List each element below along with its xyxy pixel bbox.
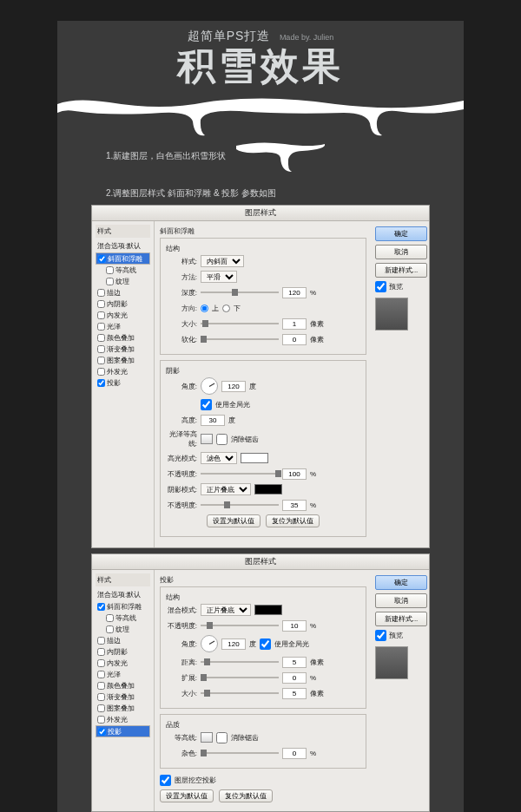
preview-check-2[interactable] <box>375 630 386 641</box>
sidebar-item-stroke-2[interactable]: 描边 <box>96 635 150 646</box>
sidebar-item-stroke[interactable]: 描边 <box>96 287 150 298</box>
size-slider[interactable] <box>201 323 279 324</box>
sh-op-input[interactable] <box>282 500 307 511</box>
dir-down-radio[interactable] <box>222 304 230 312</box>
shadow-size-input[interactable] <box>282 688 307 699</box>
check-icon[interactable] <box>97 716 105 724</box>
sidebar-item-color-overlay[interactable]: 颜色叠加 <box>96 332 150 344</box>
check-icon[interactable] <box>97 671 105 678</box>
shadow-op-input[interactable] <box>282 620 307 632</box>
sidebar-item-texture[interactable]: 纹理 <box>96 276 150 287</box>
check-icon[interactable] <box>97 311 105 319</box>
check-icon[interactable] <box>97 693 105 701</box>
depth-slider[interactable] <box>201 291 279 293</box>
dist-slider[interactable] <box>201 661 279 663</box>
sidebar-item-inner-shadow-2[interactable]: 内阴影 <box>96 646 150 658</box>
cancel-button-2[interactable]: 取消 <box>375 593 427 608</box>
depth-input[interactable] <box>282 287 307 298</box>
sidebar-item-inner-shadow[interactable]: 内阴影 <box>96 298 150 310</box>
sh-op-slider[interactable] <box>201 504 279 506</box>
global-light-check[interactable] <box>201 399 212 410</box>
noise-slider[interactable] <box>201 752 279 754</box>
check-icon[interactable] <box>97 682 105 690</box>
hl-op-slider[interactable] <box>201 473 279 475</box>
new-style-button[interactable]: 新建样式... <box>375 263 427 278</box>
check-icon[interactable] <box>98 728 106 736</box>
hl-color-swatch[interactable] <box>241 453 268 463</box>
check-icon[interactable] <box>97 704 105 712</box>
hl-op-input[interactable] <box>282 468 307 480</box>
shadow-antialias-check[interactable] <box>216 732 228 743</box>
shadow-angle-dial[interactable] <box>201 635 218 652</box>
shadow-global-check[interactable] <box>260 638 271 650</box>
soft-input[interactable] <box>282 334 307 345</box>
preview-check[interactable] <box>375 281 386 292</box>
hl-mode-select[interactable]: 滤色 <box>201 452 237 464</box>
antialias-check[interactable] <box>216 434 228 445</box>
angle-dial[interactable] <box>201 377 218 395</box>
sidebar-item-drop-shadow-2[interactable]: 投影 <box>96 725 150 737</box>
bevel-style-select[interactable]: 内斜面 <box>201 255 244 267</box>
shadow-color-swatch[interactable] <box>254 605 282 615</box>
knockout-check[interactable] <box>160 775 171 786</box>
shadow-angle-input[interactable] <box>221 638 246 650</box>
sidebar-item-pattern-overlay-2[interactable]: 图案叠加 <box>96 703 150 714</box>
check-icon[interactable] <box>97 648 105 656</box>
check-icon[interactable] <box>97 300 105 308</box>
sidebar-head[interactable]: 样式 <box>96 225 150 238</box>
sidebar-item-contour[interactable]: 等高线 <box>96 265 150 276</box>
sidebar-item-color-overlay-2[interactable]: 颜色叠加 <box>96 680 150 691</box>
sh-mode-select[interactable]: 正片叠底 <box>201 483 251 495</box>
check-icon[interactable] <box>97 637 105 645</box>
check-icon[interactable] <box>106 266 114 274</box>
bevel-tech-select[interactable]: 平滑 <box>201 271 237 283</box>
cancel-button[interactable]: 取消 <box>375 245 427 259</box>
ok-button-2[interactable]: 确定 <box>375 575 427 590</box>
check-icon[interactable] <box>97 603 105 611</box>
shadow-op-slider[interactable] <box>201 625 279 626</box>
reset-default-button[interactable]: 复位为默认值 <box>266 514 320 527</box>
sidebar-item-pattern-overlay[interactable]: 图案叠加 <box>96 355 150 366</box>
shadow-size-slider[interactable] <box>201 692 279 694</box>
sidebar-item-satin-2[interactable]: 光泽 <box>96 669 150 680</box>
shadow-reset-default[interactable]: 复位为默认值 <box>219 789 273 802</box>
shadow-mode-select[interactable]: 正片叠底 <box>201 604 251 616</box>
size-input[interactable] <box>282 318 307 330</box>
new-style-button-2[interactable]: 新建样式... <box>375 612 427 626</box>
noise-input[interactable] <box>282 748 307 759</box>
check-icon[interactable] <box>97 323 105 331</box>
check-icon[interactable] <box>106 278 114 285</box>
check-icon[interactable] <box>97 289 105 297</box>
gloss-contour-icon[interactable] <box>201 434 213 444</box>
spread-input[interactable] <box>282 672 307 684</box>
spread-slider[interactable] <box>201 677 279 678</box>
check-icon[interactable] <box>106 625 114 633</box>
ok-button[interactable]: 确定 <box>375 226 427 241</box>
dist-input[interactable] <box>282 657 307 668</box>
sidebar-item-drop-shadow[interactable]: 投影 <box>96 377 150 389</box>
check-icon[interactable] <box>97 334 105 342</box>
shadow-set-default[interactable]: 设置为默认值 <box>160 789 214 802</box>
check-icon[interactable] <box>97 345 105 353</box>
check-icon[interactable] <box>97 379 105 387</box>
sidebar-item-inner-glow[interactable]: 内发光 <box>96 310 150 321</box>
sidebar-head-2[interactable]: 样式 <box>96 573 150 586</box>
sidebar-item-bevel-2[interactable]: 斜面和浮雕 <box>96 601 150 612</box>
sidebar-item-outer-glow-2[interactable]: 外发光 <box>96 714 150 725</box>
dir-up-radio[interactable] <box>201 304 208 312</box>
sidebar-item-outer-glow[interactable]: 外发光 <box>96 366 150 377</box>
sidebar-item-grad-overlay-2[interactable]: 渐变叠加 <box>96 691 150 703</box>
alt-input[interactable] <box>201 415 225 426</box>
blend-default-2[interactable]: 混合选项:默认 <box>96 588 150 601</box>
blend-default[interactable]: 混合选项:默认 <box>96 239 150 252</box>
sidebar-item-inner-glow-2[interactable]: 内发光 <box>96 658 150 669</box>
soft-slider[interactable] <box>201 338 279 340</box>
angle-input[interactable] <box>221 381 246 392</box>
sidebar-item-bevel[interactable]: 斜面和浮雕 <box>96 252 150 265</box>
sidebar-item-texture-2[interactable]: 纹理 <box>96 624 150 635</box>
check-icon[interactable] <box>98 255 106 263</box>
sidebar-item-satin[interactable]: 光泽 <box>96 321 150 332</box>
sidebar-item-contour-2[interactable]: 等高线 <box>96 612 150 624</box>
check-icon[interactable] <box>97 368 105 376</box>
check-icon[interactable] <box>106 614 114 622</box>
